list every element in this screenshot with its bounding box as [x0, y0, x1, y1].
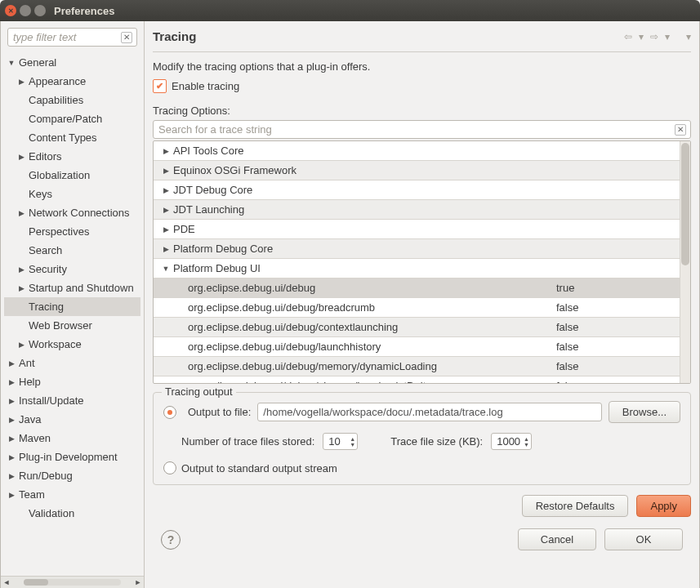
cancel-button[interactable]: Cancel	[518, 528, 596, 550]
tree-item[interactable]: ▶Run/Debug	[4, 466, 140, 485]
table-cell-value[interactable]: false	[551, 321, 680, 333]
enable-tracing-checkbox[interactable]: ✔	[153, 79, 167, 93]
table-cell-label: org.eclipse.debug.ui/debug/memory/dynami…	[188, 360, 437, 372]
tree-item[interactable]: ▶Help	[4, 372, 140, 391]
output-to-stdout-label: Output to standard output stream	[181, 462, 337, 474]
num-files-spinner[interactable]: 10 ▲▼	[323, 433, 358, 450]
output-to-file-radio[interactable]	[163, 406, 176, 419]
table-row[interactable]: ▶org.eclipse.debug.ui/debug/memory/dynam…	[154, 356, 680, 376]
tree-item[interactable]: ▶Install/Update	[4, 391, 140, 410]
help-icon[interactable]: ?	[161, 530, 181, 550]
expand-icon[interactable]: ▶	[17, 265, 25, 274]
expand-icon[interactable]: ▶	[162, 147, 170, 155]
clear-filter-icon[interactable]: ✕	[121, 32, 132, 43]
nav-back-menu-icon[interactable]: ▾	[639, 31, 644, 42]
output-to-stdout-radio[interactable]	[163, 461, 176, 474]
sidebar-scrollbar[interactable]: ◄ ►	[1, 576, 144, 588]
tree-item-label: Search	[29, 244, 62, 256]
table-row[interactable]: ▶org.eclipse.debug.ui/debug/viewers/brea…	[154, 376, 680, 383]
expand-icon[interactable]: ▶	[162, 167, 170, 175]
tree-item[interactable]: ▶Security	[4, 260, 140, 278]
table-row[interactable]: ▶PDE	[154, 219, 680, 238]
tree-item[interactable]: ▼General	[4, 53, 140, 72]
restore-defaults-button[interactable]: Restore Defaults	[522, 495, 629, 517]
table-row[interactable]: ▶org.eclipse.debug.ui/debug/breadcrumbfa…	[154, 297, 680, 317]
expand-icon[interactable]: ▶	[162, 245, 170, 253]
table-cell-value[interactable]: false	[551, 360, 680, 372]
expand-icon[interactable]: ▶	[7, 359, 16, 368]
window-minimize-button[interactable]	[20, 5, 31, 16]
table-row[interactable]: ▶JDT Launching	[154, 199, 680, 219]
table-row[interactable]: ▶org.eclipse.debug.ui/debug/contextlaunc…	[154, 317, 680, 336]
tree-item[interactable]: ▶Ant	[4, 354, 140, 372]
nav-menu-icon[interactable]: ▾	[686, 31, 691, 42]
table-cell-value[interactable]: true	[551, 282, 680, 294]
trace-options-table[interactable]: ▶API Tools Core▶Equinox OSGi Framework▶J…	[153, 140, 691, 384]
tree-item[interactable]: ▶Content Types	[4, 128, 140, 147]
table-row[interactable]: ▶JDT Debug Core	[154, 180, 680, 199]
tree-item[interactable]: ▶Capabilities	[4, 91, 140, 109]
tree-item[interactable]: ▶Workspace	[4, 335, 140, 354]
filter-input[interactable]	[7, 28, 137, 47]
expand-icon[interactable]: ▶	[17, 284, 25, 292]
file-size-spinner[interactable]: 1000 ▲▼	[491, 433, 532, 450]
expand-icon[interactable]: ▶	[7, 397, 16, 405]
expand-icon[interactable]: ▶	[7, 472, 16, 480]
tree-item[interactable]: ▶Perspectives	[4, 222, 140, 241]
window-maximize-button[interactable]	[34, 5, 46, 16]
tree-item[interactable]: ▶Compare/Patch	[4, 109, 140, 128]
expand-icon[interactable]: ▶	[162, 206, 170, 214]
expand-icon[interactable]: ▶	[17, 341, 25, 349]
table-row[interactable]: ▶Platform Debug Core	[154, 238, 680, 258]
table-cell-value[interactable]: false	[551, 341, 680, 353]
expand-icon[interactable]: ▶	[7, 378, 16, 386]
preferences-tree[interactable]: ▼General▶Appearance▶Capabilities▶Compare…	[1, 53, 144, 576]
collapse-icon[interactable]: ▼	[162, 265, 170, 273]
tree-item[interactable]: ▶Startup and Shutdown	[4, 278, 140, 297]
apply-button[interactable]: Apply	[636, 495, 691, 517]
expand-icon[interactable]: ▶	[7, 416, 16, 424]
tree-item-label: Java	[19, 413, 41, 425]
expand-icon[interactable]: ▶	[162, 186, 170, 194]
nav-forward-menu-icon[interactable]: ▾	[665, 31, 670, 42]
ok-button[interactable]: OK	[604, 528, 683, 550]
trace-search-input[interactable]	[153, 120, 691, 139]
table-row[interactable]: ▶org.eclipse.debug.ui/debugtrue	[154, 278, 680, 297]
tree-item[interactable]: ▶Search	[4, 241, 140, 260]
tree-item[interactable]: ▶Keys	[4, 185, 140, 203]
tracing-options-label: Tracing Options:	[153, 105, 691, 117]
tree-item[interactable]: ▶Network Connections	[4, 203, 140, 222]
expand-icon[interactable]: ▶	[7, 434, 16, 443]
tree-item[interactable]: ▶Validation	[4, 504, 140, 523]
expand-icon[interactable]: ▶	[17, 209, 25, 217]
window-close-button[interactable]: ✕	[5, 5, 16, 16]
expand-icon[interactable]: ▶	[7, 453, 16, 461]
tree-item[interactable]: ▶Editors	[4, 147, 140, 166]
output-file-path-input[interactable]	[257, 403, 601, 421]
file-size-label: Trace file size (KB):	[390, 435, 483, 448]
clear-search-icon[interactable]: ✕	[675, 124, 686, 136]
tree-item[interactable]: ▶Tracing	[4, 297, 140, 316]
table-row[interactable]: ▶org.eclipse.debug.ui/debug/launchhistor…	[154, 336, 680, 356]
table-scrollbar[interactable]	[680, 141, 690, 383]
table-row[interactable]: ▶API Tools Core	[154, 141, 680, 160]
tree-item[interactable]: ▶Team	[4, 485, 140, 504]
nav-back-icon[interactable]: ⇦	[624, 31, 632, 42]
collapse-icon[interactable]: ▼	[7, 59, 16, 67]
tree-item[interactable]: ▶Plug-in Development	[4, 448, 140, 466]
tree-item[interactable]: ▶Appearance	[4, 72, 140, 91]
expand-icon[interactable]: ▶	[17, 153, 25, 161]
tree-item[interactable]: ▶Maven	[4, 429, 140, 448]
table-row[interactable]: ▼Platform Debug UI	[154, 258, 680, 278]
browse-button[interactable]: Browse...	[609, 401, 680, 423]
tree-item[interactable]: ▶Globalization	[4, 166, 140, 185]
expand-icon[interactable]: ▶	[7, 491, 16, 499]
expand-icon[interactable]: ▶	[162, 225, 170, 234]
tree-item[interactable]: ▶Java	[4, 410, 140, 429]
nav-forward-icon[interactable]: ⇨	[650, 31, 658, 42]
table-cell-value[interactable]: false	[551, 301, 680, 314]
tree-item[interactable]: ▶Web Browser	[4, 316, 140, 335]
expand-icon[interactable]: ▶	[17, 78, 25, 86]
table-row[interactable]: ▶Equinox OSGi Framework	[154, 160, 680, 180]
table-cell-value[interactable]: false	[551, 380, 680, 383]
